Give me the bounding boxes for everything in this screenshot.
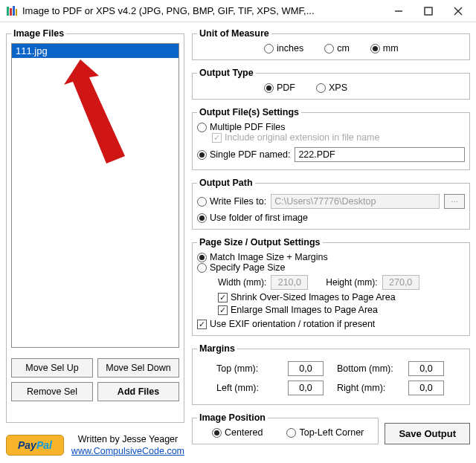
remove-sel-button[interactable]: Remove Sel <box>11 382 93 401</box>
match-image-radio[interactable]: Match Image Size + Margins <box>197 252 465 262</box>
margins-legend: Margins <box>197 343 237 354</box>
exif-check[interactable]: Use EXIF orientation / rotation if prese… <box>197 319 465 329</box>
svg-rect-2 <box>13 6 15 16</box>
margin-top-label: Top (mm): <box>216 363 276 374</box>
include-ext-check: Include original extension in file name <box>212 132 465 143</box>
width-label: Width (mm): <box>218 277 266 288</box>
file-list[interactable]: 111.jpg <box>11 43 179 348</box>
specify-size-radio[interactable]: Specify Page Size <box>197 262 465 273</box>
svg-rect-3 <box>16 9 17 16</box>
unit-inches-radio[interactable]: inches <box>264 43 303 54</box>
paypal-donate-button[interactable]: PayPal <box>6 435 64 456</box>
margin-left-input[interactable] <box>288 381 324 395</box>
margin-bottom-input[interactable] <box>408 361 444 376</box>
move-down-button[interactable]: Move Sel Down <box>97 358 179 378</box>
credits-link[interactable]: www.CompulsiveCode.com <box>71 445 184 457</box>
image-position-group: Image Position Centered Top-Left Corner <box>192 412 379 444</box>
save-output-button[interactable]: Save Output <box>385 423 470 444</box>
maximize-button[interactable] <box>414 1 443 22</box>
title-bar: Image to PDF or XPS v4.2 (JPG, PNG, BMP,… <box>0 0 476 22</box>
margins-group: Margins Top (mm): Bottom (mm): Left (mm)… <box>192 343 470 405</box>
move-up-button[interactable]: Move Sel Up <box>11 358 93 378</box>
margin-left-label: Left (mm): <box>216 383 276 393</box>
svg-rect-1 <box>10 8 12 16</box>
unit-group: Unit of Measure inches cm mm <box>192 28 470 60</box>
output-path-group: Output Path Write Files to: ... Use fold… <box>192 178 470 230</box>
shrink-check[interactable]: Shrink Over-Sized Images to Page Area <box>218 292 465 302</box>
use-folder-radio[interactable]: Use folder of first image <box>197 213 465 223</box>
svg-rect-0 <box>7 7 9 16</box>
app-icon <box>6 5 18 17</box>
page-size-group: Page Size / Output Settings Match Image … <box>192 237 470 336</box>
page-size-legend: Page Size / Output Settings <box>197 237 323 247</box>
margin-right-label: Right (mm): <box>337 383 396 393</box>
output-pdf-radio[interactable]: PDF <box>264 82 295 93</box>
image-files-legend: Image Files <box>11 28 66 39</box>
width-input <box>271 275 308 290</box>
close-button[interactable] <box>443 1 473 22</box>
image-position-legend: Image Position <box>197 412 268 423</box>
margin-right-input[interactable] <box>408 381 444 395</box>
minimize-button[interactable] <box>384 1 414 22</box>
write-files-to-radio[interactable]: Write Files to: <box>197 196 266 207</box>
unit-mm-radio[interactable]: mm <box>370 43 399 54</box>
height-label: Height (mm): <box>326 277 377 288</box>
enlarge-check[interactable]: Enlarge Small Images to Page Area <box>218 305 465 315</box>
image-files-group: Image Files 111.jpg Move Sel Up Move Sel… <box>6 28 184 423</box>
credits-author: Written by Jesse Yeager <box>71 433 184 445</box>
output-path-legend: Output Path <box>197 178 255 188</box>
single-pdf-radio[interactable]: Single PDF named: <box>197 149 290 160</box>
window-title: Image to PDF or XPS v4.2 (JPG, PNG, BMP,… <box>22 5 384 16</box>
output-xps-radio[interactable]: XPS <box>316 82 347 93</box>
centered-radio[interactable]: Centered <box>212 427 263 438</box>
unit-cm-radio[interactable]: cm <box>324 43 350 54</box>
add-files-button[interactable]: Add Files <box>97 382 179 401</box>
output-path-input <box>271 194 440 209</box>
single-pdf-name-input[interactable] <box>295 147 465 162</box>
output-files-group: Output File(s) Settings Multiple PDF Fil… <box>192 107 470 170</box>
margin-bottom-label: Bottom (mm): <box>337 363 396 374</box>
margin-top-input[interactable] <box>288 361 324 376</box>
svg-rect-5 <box>425 7 432 15</box>
output-type-group: Output Type PDF XPS <box>192 68 470 100</box>
multiple-pdf-radio[interactable]: Multiple PDF Files <box>197 122 465 132</box>
output-type-legend: Output Type <box>197 68 256 78</box>
browse-path-button[interactable]: ... <box>444 194 465 209</box>
output-files-legend: Output File(s) Settings <box>197 107 301 117</box>
credits: Written by Jesse Yeager www.CompulsiveCo… <box>71 433 184 458</box>
height-input <box>382 275 419 290</box>
unit-legend: Unit of Measure <box>197 28 271 39</box>
file-list-item[interactable]: 111.jpg <box>12 44 178 58</box>
topleft-radio[interactable]: Top-Left Corner <box>286 427 364 438</box>
